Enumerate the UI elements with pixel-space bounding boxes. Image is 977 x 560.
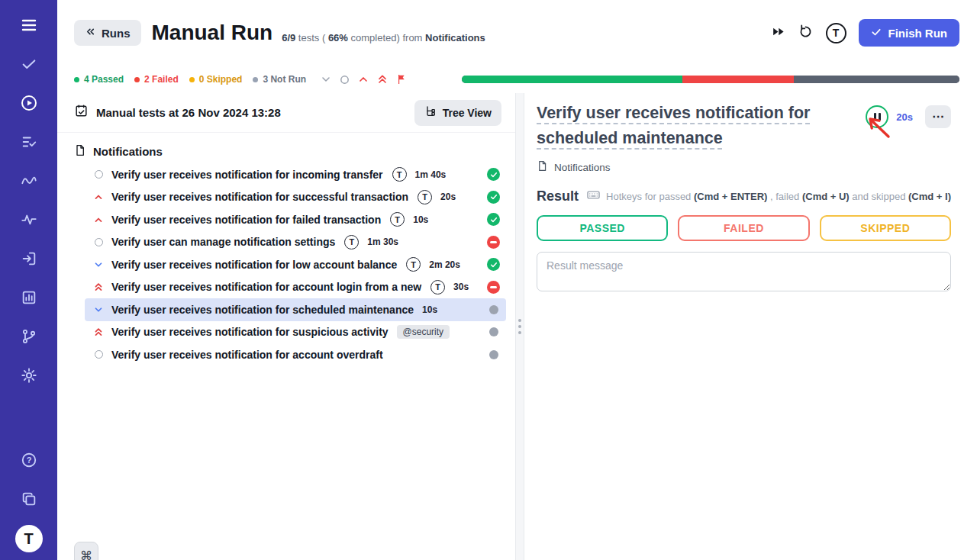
priority-low-icon — [92, 259, 105, 270]
branch-icon — [21, 328, 37, 347]
svg-text:?: ? — [26, 455, 31, 465]
failed-dot-icon — [134, 77, 140, 82]
retry-timer-button[interactable] — [798, 24, 814, 42]
test-name: Verify user receives notification for su… — [111, 326, 389, 338]
mark-passed-button[interactable]: PASSED — [537, 215, 668, 241]
filter-circle-button[interactable] — [339, 74, 350, 85]
menu-icon — [20, 16, 38, 37]
tree-view-icon — [424, 105, 437, 120]
sidebar-item-branches[interactable] — [12, 320, 46, 354]
test-row-selected[interactable]: Verify user receives notification for sc… — [85, 298, 506, 321]
test-name: Verify user can manage notification sett… — [111, 236, 335, 248]
suite-group-label: Notifications — [93, 145, 163, 158]
testomat-logo-icon: T — [430, 280, 445, 294]
more-options-button[interactable]: ⋯ — [925, 105, 951, 128]
keyboard-icon — [586, 188, 601, 204]
stat-skipped: 0 Skipped — [189, 74, 243, 85]
test-name: Verify user receives notification for ac… — [111, 349, 383, 361]
pause-timer-button[interactable] — [866, 105, 888, 128]
sidebar-item-pulse[interactable] — [12, 204, 46, 237]
fast-forward-button[interactable] — [771, 24, 785, 41]
test-row[interactable]: Verify user receives notification for ac… — [85, 343, 506, 366]
status-passed-icon — [487, 213, 500, 226]
tree-view-label: Tree View — [443, 107, 492, 119]
breadcrumb[interactable]: Notifications — [537, 160, 951, 174]
tree-view-button[interactable]: Tree View — [414, 100, 501, 126]
test-row[interactable]: Verify user can manage notification sett… — [85, 231, 506, 254]
sidebar-item-plans[interactable] — [12, 126, 46, 159]
status-button-group: PASSED FAILED SKIPPED — [537, 215, 951, 241]
command-palette-button[interactable]: ⌘ — [74, 542, 98, 560]
panel-splitter[interactable] — [515, 93, 524, 560]
testomat-logo-icon: T — [418, 190, 432, 204]
test-tag: @security — [397, 325, 450, 339]
test-row[interactable]: Verify user receives notification for ac… — [85, 276, 506, 299]
bar-chart-icon — [21, 289, 37, 308]
result-message-input[interactable] — [537, 252, 951, 291]
status-not-run-icon — [489, 327, 498, 336]
sidebar-item-settings[interactable] — [12, 359, 46, 393]
sidebar-item-help[interactable]: ? — [12, 444, 46, 478]
progress-failed — [682, 76, 793, 83]
status-failed-icon — [487, 236, 500, 249]
testomat-logo-icon: T — [344, 235, 359, 249]
elapsed-time: 20s — [896, 111, 913, 123]
sidebar-item-tests[interactable] — [12, 48, 46, 82]
list-check-icon — [21, 134, 37, 153]
priority-normal-icon — [92, 170, 105, 179]
run-progress-summary: 6/9 tests ( 66% completed) from Notifica… — [282, 23, 485, 43]
check-icon — [871, 27, 882, 40]
mark-skipped-button[interactable]: SKIPPED — [820, 215, 951, 241]
back-to-runs-button[interactable]: Runs — [74, 20, 141, 46]
test-duration: 30s — [453, 282, 469, 292]
priority-normal-icon — [92, 238, 105, 246]
suite-group-row[interactable]: Notifications — [74, 139, 506, 163]
status-passed-icon — [487, 168, 500, 181]
finish-run-button[interactable]: Finish Run — [859, 19, 960, 47]
sidebar-item-signature[interactable] — [12, 165, 46, 198]
test-row[interactable]: Verify user receives notification for lo… — [85, 253, 506, 276]
sidebar-menu-toggle[interactable] — [12, 9, 46, 43]
content-split: Manual tests at 26 Nov 2024 13:28 Tree V… — [57, 93, 977, 560]
priority-low-icon — [92, 304, 105, 315]
flag-button[interactable] — [395, 73, 408, 85]
priority-critical-icon — [92, 282, 105, 292]
priority-high-icon — [92, 214, 105, 225]
filter-chevron-down-button[interactable] — [320, 73, 332, 85]
sidebar-item-runs[interactable] — [12, 87, 46, 121]
filter-priority-high-button[interactable] — [357, 73, 369, 85]
sidebar-item-logins[interactable] — [12, 243, 46, 276]
test-name: Verify user receives notification for su… — [111, 191, 408, 203]
filter-priority-critical-button[interactable] — [376, 73, 389, 85]
mark-failed-button[interactable]: FAILED — [678, 215, 809, 241]
app-logo[interactable]: T — [15, 525, 43, 552]
stat-passed: 4 Passed — [74, 74, 124, 85]
breadcrumb-label: Notifications — [554, 162, 611, 173]
test-row[interactable]: Verify user receives notification for fa… — [85, 208, 506, 231]
double-chevron-left-icon — [85, 26, 96, 40]
test-duration: 10s — [422, 304, 437, 315]
sidebar: ? T — [0, 0, 57, 560]
test-name: Verify user receives notification for ac… — [111, 281, 421, 293]
splitter-grip-icon — [518, 319, 521, 334]
test-name: Verify user receives notification for sc… — [111, 304, 414, 316]
test-duration: 1m 40s — [415, 169, 447, 180]
sidebar-item-analytics[interactable] — [12, 282, 46, 315]
test-row[interactable]: Verify user receives notification for su… — [85, 321, 506, 344]
status-passed-icon — [487, 191, 500, 204]
stats-bar: 4 Passed 2 Failed 0 Skipped 3 Not Run — [57, 66, 977, 93]
test-tree: Notifications Verify user receives notif… — [57, 133, 515, 560]
result-label: Result — [537, 188, 579, 204]
test-detail-title[interactable]: Verify user receives notification for sc… — [537, 101, 857, 151]
play-circle-icon — [20, 94, 38, 114]
stat-not-run: 3 Not Run — [253, 74, 306, 85]
sidebar-item-projects[interactable] — [12, 483, 46, 517]
page-title: Manual Run — [152, 21, 273, 45]
stat-failed: 2 Failed — [134, 74, 179, 85]
test-row[interactable]: Verify user receives notification for su… — [85, 186, 506, 209]
timer-cluster: 20s ⋯ — [866, 101, 951, 128]
test-row[interactable]: Verify user receives notification for in… — [85, 163, 506, 186]
test-name: Verify user receives notification for lo… — [111, 259, 397, 271]
test-duration: 1m 30s — [367, 237, 398, 247]
status-not-run-icon — [489, 305, 498, 314]
